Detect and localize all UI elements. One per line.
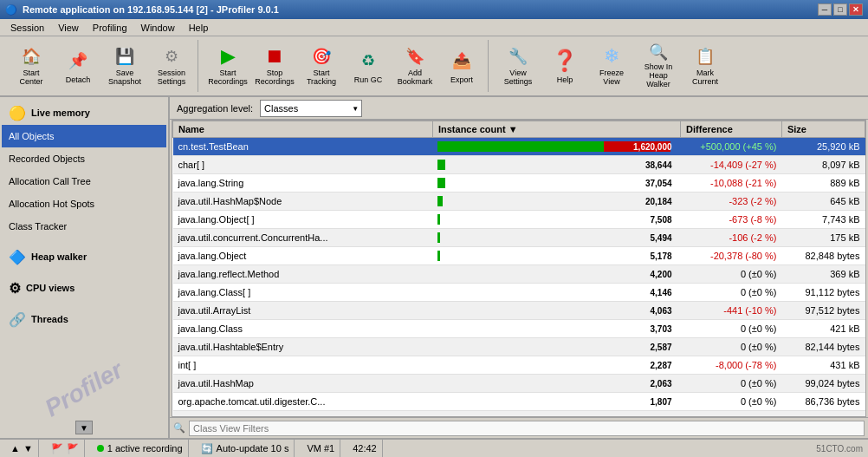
row-size: 91,112 bytes [781,284,865,302]
row-size: 8,097 kB [781,156,865,174]
row-name: com.sun.org.apache.xerces.interna... [173,411,433,418]
start-center-button[interactable]: 🏠 StartCenter [9,42,54,90]
table-row[interactable]: java.lang.Object 5,178 -20,378 (-80 %) 8… [173,247,865,265]
objects-table: Name Instance count ▼ Difference Size cn… [172,121,865,417]
stop-recordings-icon: ⏹ [261,45,288,68]
row-name: java.util.Hashtable$Entry [173,338,433,356]
stop-recordings-label: StopRecordings [255,69,295,87]
table-row[interactable]: java.lang.Object[ ] 7,508 -673 (-8 %) 7,… [173,211,865,229]
cpu-views-header[interactable]: ⚙ CPU views [2,276,166,300]
freeze-view-button[interactable]: ❄ FreezeView [589,42,634,90]
mark-current-button[interactable]: 📋 MarkCurrent [683,42,728,90]
row-diff: 0 (±0 %) [681,284,782,302]
show-in-heap-walker-button[interactable]: 🔍 Show InHeap Walker [636,42,681,90]
row-instance: 38,644 [432,156,680,174]
row-name: java.lang.Object[ ] [173,211,433,229]
autoupdate-icon: 🔄 [201,443,213,454]
recording-label: 1 active recording [107,443,183,454]
table-row[interactable]: org.apache.tomcat.util.digester.C... 1,8… [173,393,865,411]
heap-walker-label: Show InHeap Walker [639,63,677,89]
heap-walker-header[interactable]: 🔷 Heap walker [2,245,166,269]
vm-label: VM #1 [307,443,334,454]
col-header-instance[interactable]: Instance count ▼ [432,121,680,138]
row-instance: 4,200 [432,265,680,284]
row-instance: 1,620,000 [432,138,680,156]
table-row[interactable]: char[ ] 38,644 -14,409 (-27 %) 8,097 kB [173,156,865,174]
cpu-views-icon: ⚙ [9,280,21,297]
row-name: cn.test.TestBean [173,138,433,156]
status-arrows[interactable]: ▲ ▼ [5,440,39,457]
help-button[interactable]: ❓ Help [542,42,587,90]
start-recordings-icon: ▶ [214,45,242,68]
maximize-button[interactable]: □ [833,3,847,16]
class-filter-input[interactable] [189,421,865,436]
sidebar-item-all-objects[interactable]: All Objects [2,125,166,147]
save-icon: 💾 [111,45,139,68]
save-snapshot-button[interactable]: 💾 SaveSnapshot [102,42,147,90]
table-row[interactable]: java.util.Hashtable$Entry 2,587 0 (±0 %)… [173,338,865,356]
sidebar-item-allocation-call-tree[interactable]: Allocation Call Tree [2,170,166,193]
table-row[interactable]: java.lang.String 37,054 -10,088 (-21 %) … [173,174,865,193]
minimize-button[interactable]: ─ [818,3,832,16]
row-instance: 2,587 [432,338,680,356]
table-row[interactable]: java.util.ArrayList 4,063 -441 (-10 %) 9… [173,302,865,320]
row-name: java.util.concurrent.ConcurrentHa... [173,229,433,247]
start-tracking-button[interactable]: 🎯 StartTracking [299,42,344,90]
aggregation-select[interactable]: Classes Packages J2EE Components [260,100,362,117]
title-bar-controls[interactable]: ─ □ ✕ [818,3,863,16]
row-size: 97,512 bytes [781,302,865,320]
view-settings-button[interactable]: 🔧 ViewSettings [496,42,541,90]
start-tracking-label: StartTracking [307,69,336,87]
menu-help[interactable]: Help [182,21,216,35]
run-gc-label: Run GC [354,76,383,85]
session-settings-button[interactable]: ⚙ SessionSettings [149,42,194,90]
mark-current-icon: 📋 [691,45,719,68]
live-memory-header[interactable]: 🟡 Live memory [2,101,166,125]
sidebar-item-allocation-hot-spots[interactable]: Allocation Hot Spots [2,193,166,215]
col-header-name[interactable]: Name [173,121,433,138]
menu-session[interactable]: Session [3,21,51,35]
status-flags[interactable]: 🚩 🚩 [46,440,85,457]
sidebar-item-recorded-objects[interactable]: Recorded Objects [2,147,166,170]
table-row[interactable]: int[ ] 2,287 -8,000 (-78 %) 431 kB [173,356,865,375]
row-diff: 0 (±0 %) [681,375,782,393]
table-row[interactable]: java.lang.Class 3,703 0 (±0 %) 421 kB [173,320,865,338]
threads-icon: 🔗 [9,311,26,328]
start-center-icon: 🏠 [17,45,45,68]
export-button[interactable]: 📤 Export [439,42,484,90]
run-gc-button[interactable]: ♻ Run GC [346,42,391,90]
sidebar-item-class-tracker[interactable]: Class Tracker [2,215,166,238]
table-row[interactable]: java.util.concurrent.ConcurrentHa... 5,4… [173,229,865,247]
start-recordings-button[interactable]: ▶ StartRecordings [205,42,250,90]
menu-profiling[interactable]: Profiling [86,21,134,35]
detach-button[interactable]: 📌 Detach [55,42,100,90]
table-row[interactable]: java.lang.reflect.Method 4,200 0 (±0 %) … [173,265,865,284]
add-bookmark-button[interactable]: 🔖 AddBookmark [392,42,437,90]
table-row[interactable]: java.lang.Class[ ] 4,146 0 (±0 %) 91,112… [173,284,865,302]
heap-walker-icon: 🔍 [645,42,672,62]
down-arrow-icon: ▼ [23,443,33,454]
row-diff: -8,000 (-78 %) [681,356,782,375]
row-diff: 0 (±0 %) [681,411,782,418]
col-header-diff[interactable]: Difference [681,121,782,138]
menu-window[interactable]: Window [134,21,182,35]
stop-recordings-button[interactable]: ⏹ StopRecordings [252,42,297,90]
table-row[interactable]: java.util.HashMap 2,063 0 (±0 %) 99,024 … [173,375,865,393]
close-button[interactable]: ✕ [849,3,863,16]
row-size: 645 kB [781,193,865,211]
table-row[interactable]: com.sun.org.apache.xerces.interna... 1,3… [173,411,865,418]
row-instance: 4,063 [432,302,680,320]
menu-view[interactable]: View [51,21,86,35]
row-diff: 0 (±0 %) [681,265,782,284]
row-diff: -20,378 (-80 %) [681,247,782,265]
threads-header[interactable]: 🔗 Threads [2,307,166,331]
title-bar-left: 🔵 Remote application on 192.168.95.144 [… [5,4,279,16]
live-memory-icon: 🟡 [9,105,26,121]
main-layout: 🟡 Live memory All Objects Recorded Objec… [0,97,868,438]
sidebar-scroll-down[interactable]: ▼ [75,421,93,434]
table-row[interactable]: java.util.HashMap$Node 20,184 -323 (-2 %… [173,193,865,211]
table-row[interactable]: cn.test.TestBean 1,620,000 +500,000 (+45… [173,138,865,156]
start-recordings-label: StartRecordings [208,69,248,87]
row-size: 7,743 kB [781,211,865,229]
col-header-size[interactable]: Size [781,121,865,138]
